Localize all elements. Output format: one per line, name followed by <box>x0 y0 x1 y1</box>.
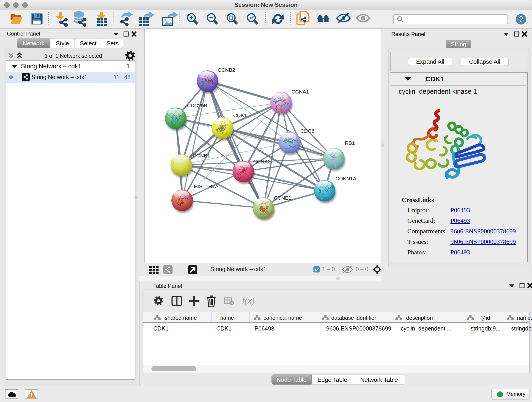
svg-text:0 – 0: 0 – 0 <box>355 266 368 272</box>
svg-text:CCNB1: CCNB1 <box>193 153 210 159</box>
svg-text:CCNA2: CCNA2 <box>253 159 271 165</box>
svg-text:CCNB2: CCNB2 <box>218 67 235 73</box>
svg-text:CDK1: CDK1 <box>233 113 247 118</box>
svg-text:CCNE1: CCNE1 <box>274 195 291 201</box>
svg-text:?: ? <box>519 15 524 24</box>
svg-text:CDC6: CDC6 <box>300 128 314 134</box>
svg-text:RB1: RB1 <box>345 140 355 146</box>
svg-text:1 – 0: 1 – 0 <box>322 266 335 272</box>
svg-text:String Network – cdk1: String Network – cdk1 <box>210 266 266 272</box>
svg-text:CCNA1: CCNA1 <box>291 89 309 95</box>
svg-text:f(x): f(x) <box>242 296 255 306</box>
svg-text:HIST1H1A: HIST1H1A <box>194 184 219 189</box>
svg-text:CDKN1A: CDKN1A <box>336 176 356 182</box>
svg-text:CDC25B: CDC25B <box>187 103 207 108</box>
